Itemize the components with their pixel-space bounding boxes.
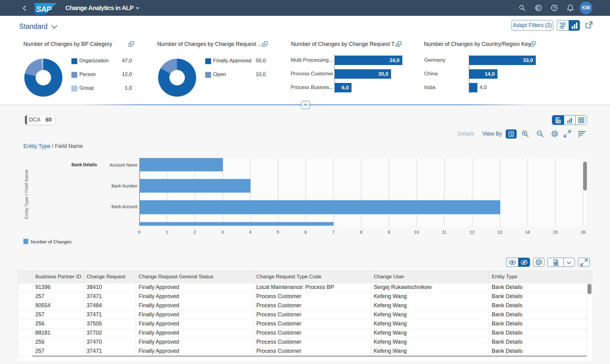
svg-text:Entity Type / Field Name: Entity Type / Field Name — [24, 170, 29, 219]
svg-text:SAP: SAP — [36, 5, 52, 14]
svg-text:?: ? — [553, 6, 556, 10]
